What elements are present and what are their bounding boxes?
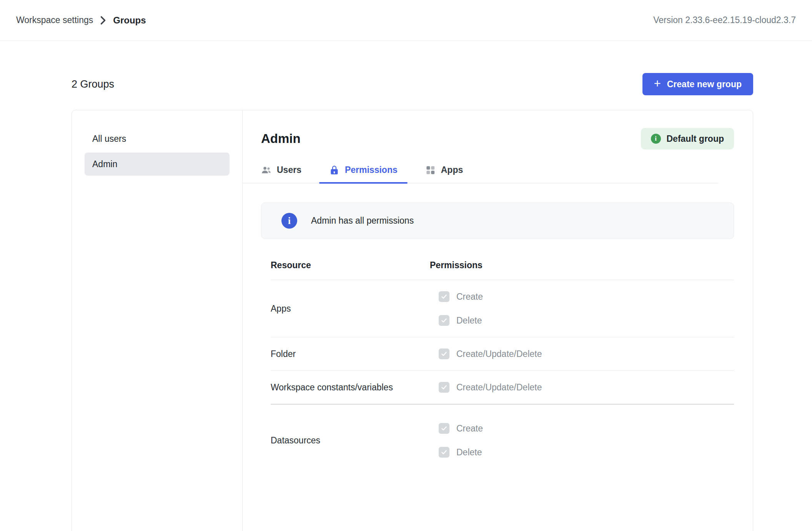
group-detail-header: Admin i Default group — [261, 128, 734, 149]
group-tabs: UsersPermissionsApps — [243, 165, 718, 183]
alert-text: Admin has all permissions — [311, 216, 414, 226]
resource-label: Workspace constants/variables — [271, 382, 430, 393]
permission-item: Create — [439, 291, 483, 302]
checkbox-datasources-create[interactable] — [439, 423, 449, 434]
default-group-label: Default group — [667, 134, 724, 144]
permission-label: Delete — [456, 447, 482, 458]
permissions-cell: CreateDelete — [430, 423, 483, 458]
resource-label: Datasources — [271, 435, 430, 446]
column-header-permissions: Permissions — [430, 260, 483, 270]
groups-toolbar: 2 Groups + Create new group — [72, 73, 753, 95]
permission-row-folder: FolderCreate/Update/Delete — [271, 337, 734, 371]
table-rows: AppsCreateDeleteFolderCreate/Update/Dele… — [271, 280, 734, 476]
group-detail: Admin i Default group UsersPermissionsAp… — [243, 110, 753, 531]
permissions-cell: Create/Update/Delete — [430, 382, 542, 393]
group-list-item-admin[interactable]: Admin — [85, 153, 230, 176]
tab-apps[interactable]: Apps — [415, 165, 473, 183]
plus-icon: + — [654, 78, 661, 90]
resource-label: Folder — [271, 349, 430, 359]
default-group-badge: i Default group — [641, 128, 734, 149]
group-list-item-all-users[interactable]: All users — [85, 127, 230, 150]
permission-item: Delete — [439, 315, 483, 326]
breadcrumb-groups: Groups — [113, 15, 146, 26]
column-header-resource: Resource — [271, 260, 430, 270]
permissions-cell: Create/Update/Delete — [430, 348, 542, 359]
checkbox-apps-create[interactable] — [439, 291, 449, 302]
tab-users[interactable]: Users — [251, 165, 311, 183]
permission-row-datasources: DatasourcesCreateDelete — [271, 405, 734, 476]
breadcrumb: Workspace settings Groups — [16, 15, 146, 26]
permission-row-apps: AppsCreateDelete — [271, 280, 734, 337]
permission-item: Create/Update/Delete — [439, 382, 542, 393]
tab-label: Users — [277, 165, 301, 175]
permission-item: Delete — [439, 447, 483, 458]
breadcrumb-workspace-settings[interactable]: Workspace settings — [16, 15, 93, 25]
tab-permissions[interactable]: Permissions — [319, 165, 408, 183]
tab-label: Apps — [441, 165, 463, 175]
info-icon: i — [281, 213, 297, 229]
tab-label: Permissions — [345, 165, 398, 175]
checkbox-folder-create-update-delete[interactable] — [439, 348, 449, 359]
top-header: Workspace settings Groups Version 2.33.6… — [0, 0, 812, 41]
create-new-group-button[interactable]: + Create new group — [642, 73, 753, 95]
permission-label: Delete — [456, 315, 482, 326]
groups-card: All usersAdmin Admin i Default group Use… — [72, 110, 753, 531]
chevron-right-icon — [100, 16, 106, 25]
checkbox-apps-delete[interactable] — [439, 315, 449, 326]
version-text: Version 2.33.6-ee2.15.19-cloud2.3.7 — [653, 15, 796, 25]
lock-icon — [329, 165, 339, 175]
permission-row-workspace-constants-variables: Workspace constants/variablesCreate/Upda… — [271, 371, 734, 405]
permission-label: Create/Update/Delete — [456, 349, 542, 359]
permissions-alert: i Admin has all permissions — [261, 202, 734, 239]
group-list: All usersAdmin — [72, 110, 243, 531]
table-header-row: Resource Permissions — [271, 260, 734, 280]
permission-label: Create — [456, 423, 483, 434]
info-icon: i — [651, 134, 661, 144]
main-content: 2 Groups + Create new group All usersAdm… — [72, 73, 753, 531]
users-icon — [261, 165, 271, 175]
apps-grid-icon — [425, 165, 436, 175]
permissions-table: Resource Permissions AppsCreateDeleteFol… — [261, 260, 734, 476]
checkbox-datasources-delete[interactable] — [439, 447, 449, 458]
permission-label: Create — [456, 292, 483, 302]
permission-item: Create — [439, 423, 483, 434]
resource-label: Apps — [271, 304, 430, 314]
permission-label: Create/Update/Delete — [456, 382, 542, 393]
create-new-group-label: Create new group — [667, 79, 742, 90]
permissions-cell: CreateDelete — [430, 291, 483, 326]
group-title: Admin — [261, 131, 301, 146]
checkbox-workspace-constants-variables-create-update-delete[interactable] — [439, 382, 449, 393]
permission-item: Create/Update/Delete — [439, 348, 542, 359]
groups-count: 2 Groups — [72, 78, 114, 90]
